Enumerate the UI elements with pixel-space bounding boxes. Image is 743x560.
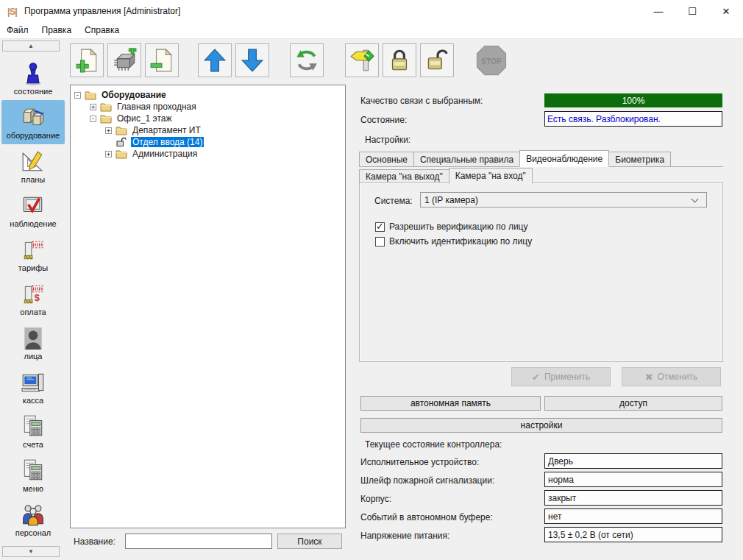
tree-item-office-floor1[interactable]: - Офис_1 этаж [71,113,345,124]
sidebar-item-bills[interactable]: счета [0,409,66,453]
minimize-button[interactable]: — [641,0,675,22]
arrow-up-icon [202,48,227,73]
menu-file[interactable]: Файл [0,22,35,38]
case-label: Корпус: [360,494,391,504]
face-identification-checkbox[interactable] [375,237,385,247]
sidebar-item-cashdesk[interactable]: касса [0,365,66,409]
subtab-camera-entry[interactable]: Камера "на вход" [449,168,533,184]
tab-biometrics[interactable]: Биометрика [608,152,671,166]
sidebar-item-faces[interactable]: лица [0,321,66,365]
menu-help[interactable]: Справка [78,22,126,38]
subtab-camera-exit[interactable]: Камера "на выход" [359,169,449,183]
system-dropdown[interactable]: 1 (IP камера) [420,192,707,208]
tree-item-label[interactable]: Офис_1 этаж [115,113,174,124]
arrow-down-icon [240,48,265,73]
stop-icon: STOP [474,43,508,77]
actuator-label: Исполнительное устройство: [360,457,479,467]
tab-general[interactable]: Основные [359,152,414,166]
close-button[interactable]: ✕ [709,0,743,22]
sidebar-scroll-up-button[interactable]: ▲ [2,40,60,52]
chevron-down-icon [692,195,699,202]
identification-checkbox-row[interactable]: Включить идентификацию по лицу [375,236,532,247]
supply-voltage-value: 13,5 ± 0,2 В (от сети) [548,530,633,540]
system-label: Система: [374,196,413,206]
pass-mode-button[interactable] [345,43,379,77]
tree-item-equipment[interactable]: - Оборудование [71,89,345,101]
search-input[interactable] [125,534,272,549]
settings-button[interactable]: настройки [360,418,722,433]
x-icon: ✖ [645,372,653,383]
tree-item-input-department[interactable]: Отдел ввода (14) [71,136,345,148]
collapse-icon[interactable]: - [74,92,81,99]
tree-item-it-department[interactable]: + Департамент ИТ [71,124,345,136]
refresh-button[interactable] [290,43,324,77]
title-bar: |S| Программа управления [Administrator]… [0,0,743,22]
sidebar-item-label: лица [24,352,43,361]
stop-button: STOP [474,43,509,78]
devices-icon [21,105,46,130]
tab-special-rules[interactable]: Специальные правила [413,152,520,166]
svg-text:$: $ [35,291,40,302]
case-value-box: закрыт [544,490,722,506]
face-verification-label: Разрешить верификацию по лицу [389,221,527,232]
sidebar-item-tariffs[interactable]: тарифы [0,233,66,277]
fire-loop-value-box: норма [544,472,722,487]
menu-edit[interactable]: Правка [35,22,79,38]
computer-icon [21,370,46,395]
add-document-button[interactable] [70,43,104,77]
move-up-button[interactable] [198,43,232,77]
lock-open-icon [115,137,127,147]
scroll-up-icon: ▲ [28,43,34,49]
sidebar-item-status[interactable]: состояние [0,56,66,100]
svg-text:STOP: STOP [481,57,502,65]
tree-item-main-entrance[interactable]: + Главная проходная [71,101,345,113]
sidebar-item-label: оплата [20,308,46,316]
sidebar-scroll-down-button[interactable]: ▼ [2,546,60,557]
sidebar-item-label: персонал [15,528,51,537]
add-device-button[interactable] [107,43,141,77]
unlock-button[interactable] [420,43,454,77]
remove-document-button[interactable] [145,43,179,77]
tree-item-label[interactable]: Оборудование [100,90,168,100]
verification-checkbox-row[interactable]: Разрешить верификацию по лицу [375,221,527,232]
tree-item-label[interactable]: Департамент ИТ [131,125,202,135]
sidebar-item-payment[interactable]: $ оплата [0,277,66,321]
search-button[interactable]: Поиск [277,534,342,549]
buffer-events-value-box: нет [544,508,722,524]
pass-key-icon [349,48,374,73]
calculator-paper-icon [21,414,46,439]
folder-icon [100,102,112,112]
expand-icon[interactable]: + [90,104,96,110]
scroll-down-icon: ▼ [28,548,34,555]
people-group-icon [21,503,46,528]
sidebar-item-label: меню [23,484,43,493]
turnstile-icon [21,238,46,263]
expand-icon[interactable]: + [105,127,112,134]
menu-bar: Файл Правка Справка [0,22,743,39]
sidebar-items: состояние оборудование [0,56,66,542]
move-down-button[interactable] [235,43,269,77]
sidebar-item-equipment[interactable]: оборудование [1,100,65,144]
tree-item-label[interactable]: Главная проходная [115,102,198,112]
document-minus-icon [149,48,174,73]
folder-icon [115,125,127,135]
tree-item-label[interactable]: Администрация [131,149,199,159]
toolbar: STOP [70,43,509,77]
lock-button[interactable] [383,43,416,77]
maximize-button[interactable]: ☐ [675,0,709,22]
sidebar-item-plans[interactable]: планы [0,144,66,188]
autonomous-memory-button[interactable]: автономная память [360,396,541,411]
expand-icon[interactable]: + [105,151,112,157]
fire-loop-label: Шлейф пожарной сигнализации: [360,475,494,486]
tab-video-surveillance[interactable]: Видеонаблюдение [519,150,609,167]
sidebar-item-personnel[interactable]: персонал [0,497,66,542]
tree-item-label[interactable]: Отдел ввода (14) [131,137,204,147]
lock-open-icon [424,48,449,73]
face-verification-checkbox[interactable] [375,222,385,232]
window-controls: — ☐ ✕ [641,0,743,22]
sidebar-item-menu[interactable]: меню [0,453,66,497]
collapse-icon[interactable]: - [90,116,96,122]
sidebar-item-monitoring[interactable]: наблюдение [0,188,66,233]
access-button[interactable]: доступ [544,396,722,411]
tree-item-administration[interactable]: + Администрация [71,148,345,160]
